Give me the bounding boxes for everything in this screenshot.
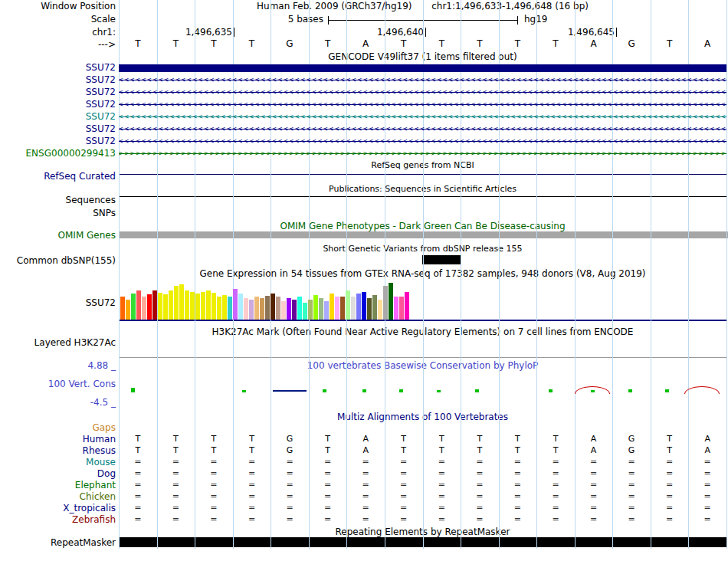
species-label-x-tropicalis[interactable]: X_tropicalis <box>0 503 116 513</box>
alignment-gap-mark: = <box>476 468 483 478</box>
species-label-mouse[interactable]: Mouse <box>0 457 116 468</box>
species-alignment-row[interactable]: ================ <box>119 457 726 468</box>
snps-label[interactable]: SNPs <box>0 208 116 218</box>
gtex-tissue-bar <box>340 297 345 320</box>
gene-label[interactable]: SSU72 <box>0 62 116 73</box>
base-letter: A <box>704 434 710 444</box>
conservation-label[interactable]: 100 Vert. Cons <box>0 379 116 389</box>
base-letter: G <box>287 445 293 455</box>
gene-label[interactable]: SSU72 <box>0 74 116 85</box>
base-letter: T <box>401 38 406 49</box>
alignment-gap-mark: = <box>628 468 635 478</box>
phylop-positive-tick <box>131 388 135 392</box>
coordinate-label: 1,496,645 <box>547 27 615 38</box>
gene-label[interactable]: SSU72 <box>0 111 116 122</box>
alignment-gap-mark: = <box>324 468 331 478</box>
gtex-tissue-bar <box>276 297 280 320</box>
dbsnp-label[interactable]: Common dbSNP(155) <box>0 255 116 266</box>
gene-direction-arrows[interactable]: <<<<<<<<<<<<<<<<<<<<<<<<<<<<<<<<<<<<<<<<… <box>119 87 726 97</box>
gtex-tissue-bar <box>351 297 356 320</box>
alignment-gap-mark: = <box>628 480 635 490</box>
species-label-gaps[interactable]: Gaps <box>0 422 116 433</box>
gene-exon-bar[interactable] <box>119 64 726 72</box>
base-letter: T <box>325 445 330 455</box>
alignment-gap-mark: = <box>628 457 635 467</box>
species-label-chicken[interactable]: Chicken <box>0 491 116 502</box>
base-letter: T <box>515 38 520 49</box>
alignment-gap-mark: = <box>286 514 293 524</box>
gtex-tissue-bar <box>174 286 179 320</box>
h3k27ac-label[interactable]: Layered H3K27Ac <box>0 337 116 348</box>
phylop-positive-tick <box>399 389 403 392</box>
species-alignment-row[interactable]: TTTTGTATTTTTAGTA <box>119 445 726 456</box>
gene-direction-arrows[interactable]: <<<<<<<<<<<<<<<<<<<<<<<<<<<<<<<<<<<<<<<<… <box>119 136 726 146</box>
base-letter: T <box>667 434 672 444</box>
gene-label[interactable]: SSU72 <box>0 123 116 134</box>
gtex-tissue-bar <box>147 294 152 320</box>
gene-label[interactable]: SSU72 <box>0 136 116 146</box>
base-letter: T <box>173 445 179 455</box>
gtex-tissue-bar <box>169 290 173 320</box>
omim-genes-label[interactable]: OMIM Genes <box>0 230 116 241</box>
species-alignment-row[interactable]: ================ <box>119 468 726 479</box>
species-alignment-row[interactable]: ================ <box>119 480 726 490</box>
base-letter: A <box>362 38 369 49</box>
dbsnp-variant-bar[interactable] <box>422 255 461 264</box>
species-alignment-row[interactable]: TTTTGTATTTTTAGTA <box>119 434 726 445</box>
phylop-positive-tick <box>628 389 632 392</box>
gene-direction-arrows[interactable]: <<<<<<<<<<<<<<<<<<<<<<<<<<<<<<<<<<<<<<<<… <box>119 112 726 122</box>
alignment-gap-mark: = <box>476 480 483 490</box>
gtex-tissue-bar <box>190 292 195 320</box>
alignment-gap-mark: = <box>362 468 369 478</box>
gtex-gene-label[interactable]: SSU72 <box>0 297 116 308</box>
species-label-zebrafish[interactable]: Zebrafish <box>0 514 116 525</box>
gtex-tissue-bar <box>335 297 339 320</box>
gene-direction-arrows[interactable]: <<<<<<<<<<<<<<<<<<<<<<<<<<<<<<<<<<<<<<<<… <box>119 100 726 110</box>
gtex-tissue-bar <box>233 289 238 320</box>
alignment-gap-mark: = <box>400 480 407 490</box>
conservation-min-label: -4.5 _ <box>0 397 116 408</box>
alignment-gap-mark: = <box>400 468 407 478</box>
species-label-human[interactable]: Human <box>0 434 116 445</box>
gtex-tissue-bar <box>120 297 125 320</box>
phylop-positive-tick <box>665 389 669 392</box>
alignment-gap-mark: = <box>362 457 369 467</box>
gtex-tissue-bar <box>367 298 372 320</box>
gene-label[interactable]: SSU72 <box>0 87 116 97</box>
sequences-label[interactable]: Sequences <box>0 195 116 205</box>
species-alignment-row[interactable]: ================ <box>119 514 726 525</box>
alignment-gap-mark: = <box>438 457 445 467</box>
alignment-gap-mark: = <box>210 457 217 467</box>
alignment-gap-mark: = <box>172 503 179 513</box>
gene-direction-arrows[interactable]: <<<<<<<<<<<<<<<<<<<<<<<<<<<<<<<<<<<<<<<<… <box>119 75 726 85</box>
base-gridline <box>726 0 727 549</box>
gtex-tissue-bar <box>297 297 302 320</box>
gtex-tissue-bar <box>238 294 243 320</box>
species-alignment-row[interactable]: ================ <box>119 503 726 513</box>
alignment-gap-mark: = <box>248 468 255 478</box>
alignment-gap-mark: = <box>666 457 673 467</box>
alignment-gap-mark: = <box>590 468 597 478</box>
gene-label[interactable]: SSU72 <box>0 99 116 110</box>
alignment-gap-mark: = <box>514 480 521 490</box>
gtex-expression-bars[interactable] <box>120 282 412 320</box>
gene-direction-arrows[interactable]: <<<<<<<<<<<<<<<<<<<<<<<<<<<<<<<<<<<<<<<<… <box>119 124 726 134</box>
refseq-curated-label[interactable]: RefSeq Curated <box>0 171 116 182</box>
repeatmasker-label[interactable]: RepeatMasker <box>0 537 116 548</box>
reference-sequence-row[interactable]: TTTTGTATTTTTAGTA <box>119 38 726 49</box>
alignment-gap-mark: = <box>210 491 217 501</box>
species-label-dog[interactable]: Dog <box>0 468 116 479</box>
gene-label[interactable]: ENSG00000299413 <box>0 148 116 159</box>
base-letter: T <box>553 38 558 49</box>
genome-browser-image[interactable]: Window Position Human Feb. 2009 (GRCh37/… <box>0 0 728 561</box>
species-label-rhesus[interactable]: Rhesus <box>0 445 116 456</box>
gene-direction-arrows[interactable]: >>>>>>>>>>>>>>>>>>>>>>>>>>>>>>>>>>>>>>>>… <box>119 149 726 159</box>
alignment-gap-mark: = <box>248 480 255 490</box>
gtex-tissue-bar <box>281 301 286 320</box>
species-alignment-row[interactable]: ================ <box>119 491 726 502</box>
alignment-gap-mark: = <box>514 491 521 501</box>
base-letter: T <box>401 445 406 455</box>
omim-gene-bar[interactable] <box>119 231 728 238</box>
base-letter: T <box>249 434 254 444</box>
species-label-elephant[interactable]: Elephant <box>0 480 116 490</box>
